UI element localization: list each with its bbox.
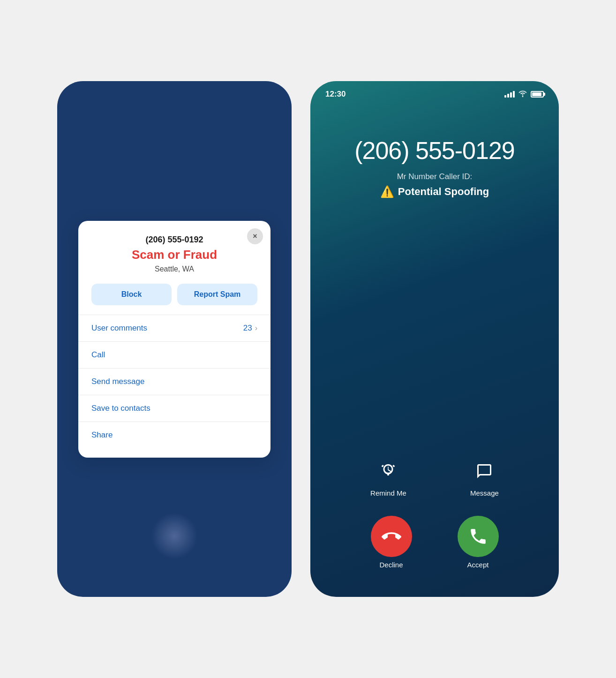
modal-location: Seattle, WA [91, 265, 257, 273]
list-item-label: Share [91, 430, 113, 440]
caller-id-warning: ⚠️ Potential Spoofing [310, 185, 559, 198]
list-item-save-contacts[interactable]: Save to contacts [91, 395, 257, 422]
message-label: Message [470, 489, 499, 497]
modal-card: × (206) 555-0192 Scam or Fraud Seattle, … [78, 221, 270, 458]
close-button[interactable]: × [247, 228, 263, 244]
accept-wrap: Accept [458, 516, 499, 569]
decline-button[interactable] [371, 516, 412, 557]
modal-actions: Block Report Spam [91, 284, 257, 305]
battery-icon [531, 91, 544, 98]
list-item-call[interactable]: Call [91, 342, 257, 368]
message-button[interactable]: Message [470, 457, 499, 497]
decline-label: Decline [379, 561, 403, 569]
chevron-icon: › [255, 324, 257, 332]
phone-right: 12:30 (206) 555-0129 Mr Number Ca [310, 81, 559, 597]
warning-text: Potential Spoofing [398, 186, 489, 198]
phone-left: × (206) 555-0192 Scam or Fraud Seattle, … [57, 81, 292, 597]
list-item-send-message[interactable]: Send message [91, 369, 257, 395]
alarm-icon [374, 457, 402, 485]
list-item-label: User comments [91, 324, 147, 333]
remind-me-button[interactable]: Remind Me [370, 457, 406, 497]
message-icon [470, 457, 498, 485]
list-item-label: Send message [91, 377, 144, 386]
warning-icon: ⚠️ [380, 185, 394, 198]
report-spam-button[interactable]: Report Spam [177, 284, 257, 305]
svg-point-0 [522, 96, 524, 97]
list-item-label: Save to contacts [91, 404, 150, 413]
signal-icon [504, 91, 515, 98]
list-item-comments[interactable]: User comments 23 › [91, 315, 257, 341]
call-secondary-row: Remind Me Message [310, 457, 559, 497]
caller-id-label: Mr Number Caller ID: [310, 172, 559, 181]
accept-label: Accept [467, 561, 489, 569]
call-bottom: Remind Me Message Decline [310, 457, 559, 597]
wifi-icon [518, 90, 527, 98]
modal-number: (206) 555-0192 [91, 235, 257, 245]
status-icons [504, 90, 544, 98]
call-main-row: Decline Accept [310, 516, 559, 569]
status-bar: 12:30 [310, 81, 559, 99]
incoming-number: (206) 555-0129 [310, 136, 559, 165]
decline-wrap: Decline [371, 516, 412, 569]
accept-button[interactable] [458, 516, 499, 557]
remind-me-label: Remind Me [370, 489, 406, 497]
list-item-label: Call [91, 350, 105, 360]
block-button[interactable]: Block [91, 284, 172, 305]
list-item-count: 23 › [243, 324, 257, 333]
modal-label: Scam or Fraud [91, 248, 257, 262]
list-item-share[interactable]: Share [91, 422, 257, 448]
status-time: 12:30 [325, 90, 346, 99]
